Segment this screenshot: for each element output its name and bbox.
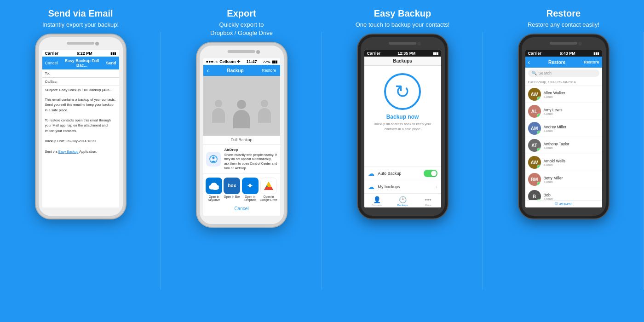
my-backups-row[interactable]: ☁ My backups › <box>364 180 441 194</box>
contact-name-amy: Amy Lewis <box>544 108 599 112</box>
email-cc-field[interactable]: Cc/Bcc: <box>42 78 119 86</box>
status-bar-restore: Carrier 6:43 PM ▮▮▮ <box>525 50 602 57</box>
restore-back-btn[interactable]: ‹ <box>528 58 530 66</box>
search-bar[interactable]: 🔍 Search <box>528 69 599 77</box>
box-icon: box <box>224 178 240 194</box>
section-export: Export Quickly export toDropbox / Google… <box>161 0 322 322</box>
contact-name-andrey: Andrey Miller <box>544 125 599 129</box>
sil-head-center <box>237 100 246 109</box>
auto-backup-toggle[interactable] <box>424 170 437 177</box>
contact-source-amy: iCloud <box>544 112 599 115</box>
contact-info-allen: Allen Walker iCloud <box>544 91 599 98</box>
dropbox-icon: ✦ <box>242 178 259 194</box>
tab-contacts[interactable]: 👤 Contacts <box>364 196 390 207</box>
list-item[interactable]: AL ✓ Amy Lewis iCloud <box>525 103 602 120</box>
section-backup-subtitle: One touch to backup your contacts! <box>356 21 450 29</box>
skydrive-label: Open inSkyDrive <box>208 195 220 201</box>
phone-email: Carrier 6:22 PM ▮▮▮ Cancel Easy Backup F… <box>36 34 126 218</box>
export-nav-title: Backup <box>227 68 244 73</box>
gdrive-icon <box>260 178 277 194</box>
gdrive-label: Open inGoogle Drive <box>260 195 277 201</box>
carrier-restore: Carrier <box>528 51 542 56</box>
app-skydrive[interactable]: Open inSkyDrive <box>206 178 222 201</box>
backup-now-button[interactable]: Backup now <box>386 114 419 120</box>
carrier-backup: Carrier <box>367 51 381 56</box>
more-tab-label: More <box>425 204 431 207</box>
email-nav-title: Easy Backup Full Bac... <box>58 58 106 68</box>
airdrop-desc: Share instantly with people nearby. If t… <box>224 153 277 170</box>
app-gdrive[interactable]: Open inGoogle Drive <box>260 178 277 201</box>
auto-backup-label: Auto Backup <box>378 171 424 176</box>
email-sent-via: Sent via Easy Backup Application. <box>45 149 116 154</box>
list-item[interactable]: BM ✓ Betty Miller iCloud <box>525 171 602 188</box>
contacts-tab-icon: 👤 <box>373 196 381 203</box>
export-restore-btn[interactable]: Restore <box>262 68 276 73</box>
carrier-export: ●●●○○ Cellcom ✈ <box>206 59 241 64</box>
email-body-line2: Send yourself this email to keep your ba… <box>45 102 116 113</box>
contact-list: AW ✓ Allen Walker iCloud AL ✓ Amy L <box>525 86 602 200</box>
check-badge-allen: ✓ <box>537 97 541 101</box>
email-send-btn[interactable]: Send <box>106 61 116 65</box>
tab-backups[interactable]: 🕐 Backups <box>390 196 415 207</box>
status-bar-backup: Carrier 12:35 PM ▮▮▮ <box>364 50 441 57</box>
airdrop-row[interactable]: AirDrop Share instantly with people near… <box>203 144 280 173</box>
silhouette-left <box>207 100 230 132</box>
search-input[interactable]: Search <box>539 71 552 75</box>
avatar-allen: AW ✓ <box>528 88 541 101</box>
section-email: Send via Email Instantly export your bac… <box>0 0 161 322</box>
contact-name-anthony: Anthony Taylor <box>544 142 599 146</box>
backup-nav-title: Backups <box>367 58 438 63</box>
contact-info-andrey: Andrey Miller iCloud <box>544 125 599 132</box>
easy-backup-link[interactable]: Easy Backup <box>58 150 79 154</box>
list-item[interactable]: AW ✓ Arnold Wells iCloud <box>525 154 602 171</box>
backup-options: ☁ Auto Backup ☁ My backups › <box>364 167 441 194</box>
backup-date-label: Full Backup, 18:43 09-Jul-2014 <box>525 79 602 86</box>
airdrop-title: AirDrop <box>224 147 277 152</box>
avatar-anthony: AT ✓ <box>528 139 541 152</box>
email-backup-date: Backup Date: 09-July-2014 18:21 <box>45 138 116 144</box>
avatar-andrey: AM ✓ <box>528 122 541 135</box>
auto-backup-row[interactable]: ☁ Auto Backup <box>364 167 441 180</box>
screen-email: Carrier 6:22 PM ▮▮▮ Cancel Easy Backup F… <box>42 50 119 207</box>
contact-info-bob: Bob iCloud <box>544 193 599 201</box>
list-item[interactable]: AW ✓ Allen Walker iCloud <box>525 86 602 103</box>
email-body-line3: To restore contacts open this email thro… <box>45 118 116 133</box>
export-nav: ‹ Backup Restore <box>203 65 280 76</box>
avatar-initials-betty: BM <box>531 177 538 182</box>
email-cancel-btn[interactable]: Cancel <box>45 61 58 65</box>
cancel-button[interactable]: Cancel <box>203 203 280 214</box>
auto-backup-icon: ☁ <box>368 170 374 177</box>
restore-nav: ‹ Restore Restore <box>525 57 602 68</box>
sil-body-left <box>212 108 225 123</box>
status-right-export: 77% ▮▮▮ <box>263 60 277 64</box>
check-badge-bob: ✓ <box>537 199 541 200</box>
export-back-btn[interactable]: ‹ <box>207 67 209 74</box>
battery-pct-export: 77% <box>263 60 270 64</box>
app-box[interactable]: box Open in Box <box>224 178 240 201</box>
email-body: This email contains a backup of your con… <box>42 94 119 207</box>
section-restore: Restore Restore any contact easily! Carr… <box>483 0 644 322</box>
contacts-silhouette <box>207 100 276 132</box>
section-backup: Easy Backup One touch to backup your con… <box>322 0 483 322</box>
section-export-subtitle: Quickly export toDropbox / Google Drive <box>210 21 273 37</box>
status-bar-email: Carrier 6:22 PM ▮▮▮ <box>42 50 119 57</box>
time-email: 6:22 PM <box>77 51 92 56</box>
contact-name-arnold: Arnold Wells <box>544 159 599 163</box>
avatar-bob: B ✓ <box>528 190 541 200</box>
carrier-email: Carrier <box>45 51 59 56</box>
list-item[interactable]: AM ✓ Andrey Miller iCloud <box>525 120 602 137</box>
bottom-tabs: 👤 Contacts 🕐 Backups ••• More <box>364 194 441 207</box>
restore-btn[interactable]: Restore <box>584 60 599 64</box>
restore-count-value: 453/453 <box>559 202 572 206</box>
list-item[interactable]: AT ✓ Anthony Taylor iCloud <box>525 137 602 154</box>
email-to-field[interactable]: To: <box>42 69 119 78</box>
list-item[interactable]: B ✓ Bob iCloud <box>525 188 602 200</box>
tab-more[interactable]: ••• More <box>415 196 441 207</box>
backup-desc: Backup all address book to keep your con… <box>368 122 437 132</box>
section-restore-title: Restore <box>546 8 581 19</box>
contact-name-allen: Allen Walker <box>544 91 599 95</box>
my-backups-icon: ☁ <box>368 183 374 190</box>
backup-circle: ↻ <box>384 73 421 110</box>
app-dropbox[interactable]: ✦ Open inDropbox <box>242 178 259 201</box>
email-subject-field[interactable]: Subject: Easy Backup Full Backup (426... <box>42 86 119 94</box>
